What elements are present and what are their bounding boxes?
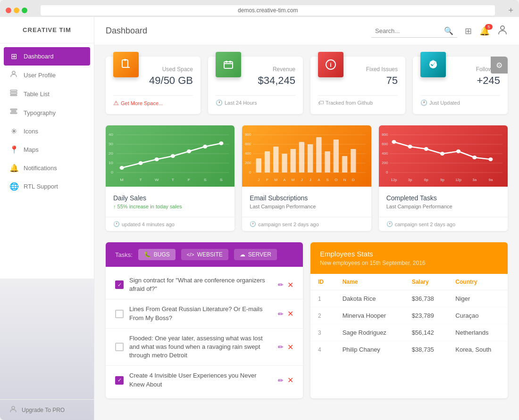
upgrade-to-pro-button[interactable]: Upgrade To PRO xyxy=(0,399,94,420)
search-input[interactable] xyxy=(375,27,441,34)
employees-tbody: 1 Dakota Rice $36,738 Niger 2 Minerva Ho… xyxy=(310,290,508,358)
sidebar-item-label: User Profile xyxy=(24,72,56,79)
svg-text:0: 0 xyxy=(386,170,388,174)
search-icon[interactable]: 🔍 xyxy=(444,26,453,35)
col-header-id: ID xyxy=(310,274,335,290)
clock-icon: 🕐 xyxy=(113,221,120,227)
svg-text:200: 200 xyxy=(245,161,251,165)
employees-header: Employees Stats New employees on 15th Se… xyxy=(310,242,508,274)
sidebar: CREATIVE TIM ⊞ Dashboard User Profile xyxy=(0,17,94,420)
svg-rect-50 xyxy=(256,158,261,173)
stat-footer-text: Last 24 Hours xyxy=(225,100,257,106)
task-text-4: Create 4 Invisible User Experiences you … xyxy=(129,371,272,388)
tasks-tab-server[interactable]: ☁ SERVER xyxy=(234,249,277,260)
sidebar-item-user-profile[interactable]: User Profile xyxy=(0,66,94,84)
task-checkbox-1[interactable] xyxy=(115,280,124,289)
task-edit-1[interactable]: ✏ xyxy=(278,281,284,288)
svg-text:J: J xyxy=(258,178,260,181)
svg-text:400: 400 xyxy=(382,151,388,155)
svg-text:600: 600 xyxy=(245,142,251,146)
task-checkbox-3[interactable] xyxy=(115,343,124,351)
svg-text:3a: 3a xyxy=(472,178,477,181)
chart-title: Email Subscriptions xyxy=(250,194,363,202)
task-delete-3[interactable]: ✕ xyxy=(287,343,293,352)
task-checkbox-4[interactable] xyxy=(115,376,124,385)
chart-card-daily-sales: 40 30 20 10 0 xyxy=(106,125,234,231)
user-profile-icon xyxy=(9,70,18,80)
sidebar-item-typography[interactable]: Typography xyxy=(0,103,94,122)
svg-text:9p: 9p xyxy=(440,178,444,181)
task-edit-3[interactable]: ✏ xyxy=(278,343,284,351)
clock-icon: 🕐 xyxy=(216,99,223,106)
bugs-icon: 🐛 xyxy=(144,251,151,258)
tasks-tab-bugs[interactable]: 🐛 BUGS xyxy=(138,249,176,260)
svg-text:12p: 12p xyxy=(391,178,397,181)
svg-text:400: 400 xyxy=(245,151,251,155)
svg-rect-55 xyxy=(299,142,304,173)
task-delete-2[interactable]: ✕ xyxy=(287,309,293,318)
website-icon: </> xyxy=(187,252,194,257)
grid-icon[interactable]: ⊞ xyxy=(465,26,472,36)
browser-dots xyxy=(6,8,27,13)
svg-rect-54 xyxy=(291,149,296,173)
sidebar-item-dashboard[interactable]: ⊞ Dashboard xyxy=(4,47,90,66)
svg-text:6p: 6p xyxy=(424,178,428,181)
dot-green[interactable] xyxy=(22,8,27,13)
col-header-country: Country xyxy=(448,274,508,290)
task-delete-1[interactable]: ✕ xyxy=(287,280,293,289)
dot-red[interactable] xyxy=(6,8,11,13)
chart-footer-text: campaign sent 2 days ago xyxy=(395,222,455,227)
cell-id: 1 xyxy=(310,290,335,307)
svg-text:S: S xyxy=(326,178,329,181)
svg-text:F: F xyxy=(266,178,268,181)
svg-point-84 xyxy=(392,140,396,144)
svg-text:9a: 9a xyxy=(488,178,493,181)
svg-text:D: D xyxy=(352,178,355,181)
sidebar-nav: ⊞ Dashboard User Profile Table List xyxy=(0,43,94,399)
cell-salary: $23,789 xyxy=(404,307,448,324)
maps-icon: 📍 xyxy=(9,145,18,154)
cell-salary: $38,735 xyxy=(404,341,448,358)
svg-point-0 xyxy=(12,71,15,74)
task-delete-4[interactable]: ✕ xyxy=(287,376,293,385)
upgrade-label: Upgrade To PRO xyxy=(22,407,65,413)
svg-rect-53 xyxy=(282,154,287,173)
chart-footer-daily-sales: 🕐 updated 4 minutes ago xyxy=(106,217,234,231)
task-item: Create 4 Invisible User Experiences you … xyxy=(106,366,303,394)
new-tab-button[interactable]: + xyxy=(508,6,513,16)
employees-card: Employees Stats New employees on 15th Se… xyxy=(310,242,508,398)
dot-yellow[interactable] xyxy=(14,8,19,13)
svg-text:M: M xyxy=(292,178,295,181)
svg-text:M: M xyxy=(275,178,278,181)
sidebar-item-maps[interactable]: 📍 Maps xyxy=(0,140,94,159)
svg-text:F: F xyxy=(188,178,191,182)
svg-point-86 xyxy=(424,147,428,151)
task-item: Sign contract for "What are conference o… xyxy=(106,271,303,299)
icons-icon: ✳ xyxy=(9,127,18,136)
col-header-name: Name xyxy=(335,274,404,290)
sidebar-item-rtl-support[interactable]: 🌐 RTL Support xyxy=(0,177,94,196)
task-actions-3: ✏ ✕ xyxy=(278,343,293,352)
task-text-2: Lines From Great Russian Literature? Or … xyxy=(129,305,272,322)
cell-name: Minerva Hooper xyxy=(335,307,404,324)
sidebar-item-icons[interactable]: ✳ Icons xyxy=(0,122,94,140)
sidebar-item-table-list[interactable]: Table List xyxy=(0,84,94,103)
task-edit-2[interactable]: ✏ xyxy=(278,310,284,318)
notifications-topbar-icon[interactable]: 🔔 5 xyxy=(479,26,490,36)
tasks-tab-website[interactable]: </> WEBSITE xyxy=(181,249,228,260)
bottom-row: Tasks: 🐛 BUGS </> WEBSITE ☁ SERVER xyxy=(106,242,508,398)
table-row: 2 Minerva Hooper $23,789 Curaçao xyxy=(310,307,508,324)
gear-overlay[interactable]: ⚙ xyxy=(491,57,508,74)
clock-icon: 🕐 xyxy=(250,221,256,227)
task-item: Flooded: One year later, assessing what … xyxy=(106,329,303,366)
svg-text:600: 600 xyxy=(382,142,388,146)
sidebar-item-notifications[interactable]: 🔔 Notifications xyxy=(0,159,94,177)
svg-text:800: 800 xyxy=(245,132,251,136)
task-checkbox-2[interactable] xyxy=(115,310,124,318)
get-more-space-link[interactable]: Get More Space... xyxy=(121,100,163,106)
task-text-1: Sign contract for "What are conference o… xyxy=(129,276,272,293)
cell-salary: $36,738 xyxy=(404,290,448,307)
task-edit-4[interactable]: ✏ xyxy=(278,377,284,384)
dashboard-icon: ⊞ xyxy=(9,52,18,61)
user-topbar-icon[interactable] xyxy=(497,25,508,37)
